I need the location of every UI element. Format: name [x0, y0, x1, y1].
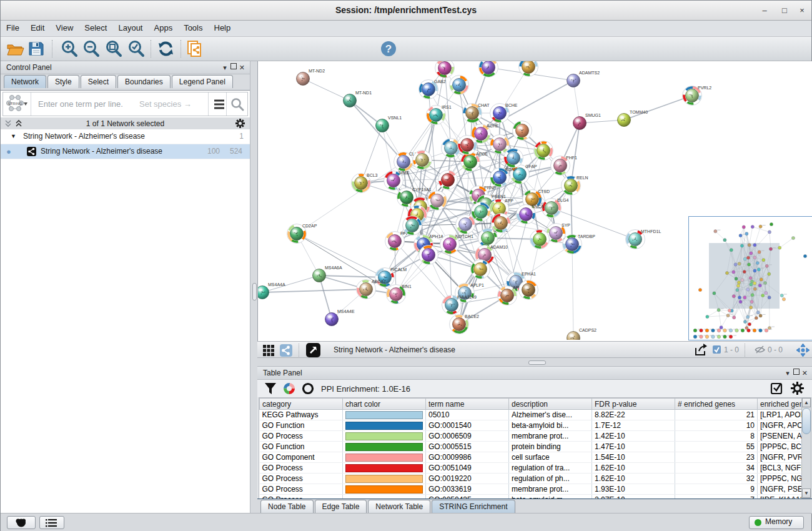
protein-node[interactable] — [513, 121, 532, 141]
birds-eye-view[interactable] — [688, 216, 812, 340]
splitter-handle[interactable] — [252, 283, 257, 300]
filter-icon[interactable] — [264, 382, 277, 398]
tab-boundaries[interactable]: Boundaries — [117, 75, 171, 88]
query-options-icon[interactable] — [212, 97, 226, 114]
selection-mode-button[interactable] — [7, 516, 36, 529]
table-row[interactable]: GO ProcessGO:0006509membrane prot...1.42… — [260, 431, 812, 442]
column-header-chart-color[interactable]: chart color — [343, 399, 426, 410]
horizontal-splitter[interactable] — [257, 358, 812, 366]
zoom-in-icon[interactable] — [60, 39, 79, 58]
table-row[interactable]: GO ProcessGO:0033619membrane prot...1.93… — [260, 484, 812, 495]
table-row[interactable]: GO ProcessGO:0051049regulation of tra...… — [260, 463, 812, 474]
tab-style[interactable]: Style — [47, 75, 79, 88]
protein-node[interactable] — [419, 246, 438, 265]
tab-node-table[interactable]: Node Table — [260, 500, 314, 513]
tab-select[interactable]: Select — [81, 75, 116, 88]
zoom-selected-icon[interactable] — [127, 39, 146, 58]
protein-node[interactable] — [413, 151, 432, 170]
column-header-description[interactable]: description — [509, 399, 592, 410]
run-query-search-icon[interactable] — [230, 97, 245, 115]
network-row[interactable]: ● String Network - Alzheimer's disease 1… — [1, 144, 250, 159]
tab-network-table[interactable]: Network Table — [368, 500, 430, 513]
protein-node[interactable] — [458, 136, 477, 155]
protein-node[interactable] — [479, 61, 498, 77]
protein-node[interactable] — [450, 76, 469, 95]
protein-node[interactable] — [534, 141, 553, 161]
scroll-down-button[interactable]: ▼ — [802, 489, 811, 498]
protein-node[interactable] — [472, 202, 491, 222]
scroll-up-button[interactable]: ▲ — [802, 398, 811, 407]
protein-node-mt-nd1[interactable]: MT-ND1 — [344, 91, 372, 107]
splitter-handle[interactable] — [528, 360, 546, 365]
protein-node-bace2[interactable]: BACE2 — [450, 314, 480, 334]
protein-node[interactable] — [530, 230, 550, 249]
protein-node[interactable] — [428, 191, 447, 211]
menu-select[interactable]: Select — [79, 21, 112, 32]
tab-edge-table[interactable]: Edge Table — [315, 500, 367, 513]
protein-node-mt-nd2[interactable]: MT-ND2 — [297, 69, 325, 86]
vertical-splitter[interactable] — [250, 61, 257, 513]
panel-menu-icon[interactable]: ▾ — [786, 369, 791, 377]
table-row[interactable]: KEGG Pathways05010Alzheimer's dise...8.8… — [260, 410, 812, 420]
query-placeholder[interactable]: Enter one term per line. — [38, 99, 123, 109]
network-options-gear-icon[interactable] — [235, 119, 245, 130]
protein-node-abca7[interactable]: ABCA7 — [357, 279, 387, 299]
table-scrollbar[interactable]: ▲ ▼ — [801, 397, 811, 499]
zoom-fit-icon[interactable] — [104, 39, 123, 58]
save-icon[interactable] — [27, 39, 46, 58]
collapse-triangle-icon[interactable]: ▼ — [11, 129, 16, 144]
float-panel-icon[interactable] — [793, 369, 800, 375]
protein-node[interactable] — [442, 139, 461, 158]
menu-layout[interactable]: Layout — [112, 21, 148, 32]
protein-node-smug1[interactable]: SMUG1 — [573, 113, 602, 130]
collection-row[interactable]: ▼ String Network - Alzheimer's disease 1 — [1, 129, 250, 144]
scrollbar-thumb[interactable] — [802, 408, 811, 434]
protein-node[interactable] — [504, 149, 523, 168]
open-file-icon[interactable] — [6, 39, 24, 58]
protein-node-irs1[interactable]: IRS1 — [427, 105, 452, 125]
birds-eye-toggle-icon[interactable] — [796, 343, 810, 360]
open-in-window-icon[interactable] — [306, 343, 320, 360]
close-button[interactable]: × — [794, 4, 810, 17]
enrichment-chart-icon[interactable] — [282, 382, 296, 398]
protein-node-cd2ap[interactable]: CD2AP — [287, 224, 317, 244]
string-protein-query-dropdown[interactable]: STRING — [3, 92, 31, 116]
table-row[interactable]: GO FunctionGO:0005515protein binding1.47… — [260, 442, 812, 452]
tab-network[interactable]: Network — [4, 75, 46, 88]
table-row[interactable]: GO FunctionGO:0001540beta-amyloid bi...1… — [260, 420, 812, 431]
tab-string-enrichment[interactable]: STRING Enrichment — [432, 500, 515, 513]
protein-node-ms4a6a[interactable]: MS4A6A — [313, 266, 342, 282]
protein-node-pvrl2[interactable]: PVRL2 — [683, 86, 712, 106]
menu-file[interactable]: File — [1, 21, 25, 32]
select-columns-icon[interactable] — [770, 382, 784, 398]
protein-node-kiaa1149[interactable]: KIAA1149 — [442, 295, 477, 315]
close-panel-icon[interactable]: ✕ — [239, 64, 246, 71]
float-panel-icon[interactable] — [230, 63, 237, 69]
network-share-icon[interactable] — [280, 344, 292, 359]
protein-node[interactable] — [403, 216, 422, 236]
protein-node[interactable] — [435, 61, 455, 78]
menu-edit[interactable]: Edit — [25, 21, 50, 32]
table-row[interactable]: GO ComponentGO:0009986cell surface1.54E-… — [260, 452, 812, 463]
protein-node-dlg4[interactable]: DLG4 — [542, 198, 569, 218]
protein-node[interactable] — [519, 280, 538, 300]
tab-legend-panel[interactable]: Legend Panel — [172, 75, 233, 88]
protein-node[interactable] — [456, 215, 475, 234]
close-panel-icon[interactable]: ✕ — [802, 369, 809, 377]
protein-node-snca[interactable]: SNCA — [517, 204, 544, 224]
settings-gear-icon[interactable] — [791, 382, 804, 397]
menu-apps[interactable]: Apps — [149, 21, 179, 32]
help-icon[interactable]: ? — [380, 41, 399, 59]
protein-node-tomm40[interactable]: TOMM40 — [618, 110, 648, 127]
protein-node[interactable] — [492, 214, 511, 233]
protein-node-bcl3[interactable]: BCL3 — [352, 173, 378, 193]
protein-node-bche[interactable]: BCHE — [490, 103, 518, 123]
protein-node-adamts2[interactable]: ADAMTS2 — [567, 71, 600, 87]
protein-node[interactable] — [519, 61, 538, 77]
protein-node-vsnl1[interactable]: VSNL1 — [376, 116, 402, 132]
protein-node-cadps2[interactable]: CADPS2 — [567, 328, 597, 340]
menu-tools[interactable]: Tools — [178, 21, 208, 32]
maximize-button[interactable]: □ — [776, 4, 793, 17]
minimize-button[interactable]: – — [756, 4, 773, 17]
protein-node-reln[interactable]: RELN — [562, 176, 588, 196]
